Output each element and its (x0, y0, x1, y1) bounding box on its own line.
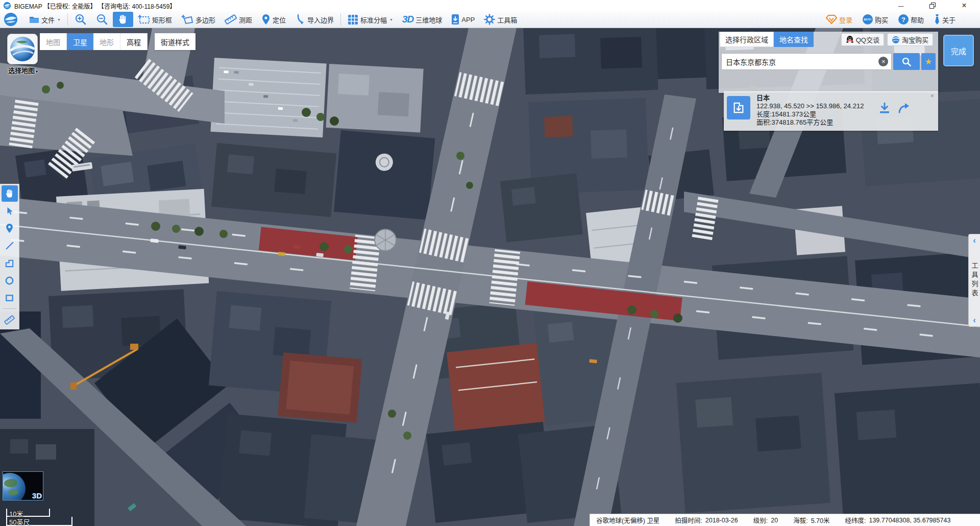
help-label: 帮助 (911, 15, 924, 25)
search-icon (901, 57, 912, 67)
star-icon: ★ (925, 57, 932, 66)
tab-map[interactable]: 地图 (40, 33, 67, 50)
rectangle-select-label: 矩形框 (152, 15, 172, 25)
ruler-icon (225, 14, 237, 25)
zoom-level-label: 级别: (753, 515, 768, 525)
hand-tool[interactable] (2, 185, 18, 202)
import-arrow-icon (295, 14, 305, 25)
download-region-icon (727, 96, 750, 119)
taobao-buy-button[interactable]: 淘宝购买 (887, 33, 933, 46)
locate-button[interactable]: 定位 (257, 12, 290, 27)
restore-button[interactable] (917, 0, 948, 11)
login-button[interactable]: 登录 (821, 12, 857, 27)
file-menu-label: 文件 (41, 15, 55, 25)
choose-map-dropdown-icon: ▼ (35, 69, 39, 74)
globe-3d-button[interactable]: 3D 三维地球 (398, 12, 447, 27)
draw-rectangle-tool[interactable] (2, 290, 18, 306)
tab-admin-region[interactable]: 选择行政区域 (720, 32, 774, 47)
hand-icon (117, 14, 129, 25)
app-download-button[interactable]: APP (447, 12, 479, 27)
latlng-value: 139.77048308, 35.67985743 (869, 517, 950, 524)
mini-globe-land (8, 489, 18, 495)
mini-globe-3d-button[interactable]: 3D (3, 471, 43, 500)
buy-button[interactable]: BUY! 购买 (857, 12, 893, 27)
globe-3d-label: 三维地球 (415, 15, 442, 25)
qq-penguin-icon (846, 35, 854, 44)
tab-terrain[interactable]: 地形 (93, 33, 120, 50)
tool-list-tab[interactable]: ‹ 工具列表 ‹ (968, 234, 980, 327)
map-source-label[interactable]: 选择地图▼ (4, 65, 43, 75)
measure-label: 测距 (239, 15, 252, 25)
measure-ruler-tool[interactable] (2, 312, 18, 328)
search-result-card[interactable]: 日本 122.938, 45.520 >> 153.986, 24.212 长度… (724, 91, 938, 131)
qq-chat-button[interactable]: QQ交谈 (841, 33, 884, 46)
about-label: 关于 (942, 15, 955, 25)
about-button[interactable]: 关于 (929, 12, 961, 27)
map-source-button[interactable] (7, 34, 38, 64)
app-download-label: APP (461, 16, 475, 23)
line-icon (5, 241, 14, 250)
taobao-buy-label: 淘宝购买 (902, 35, 928, 44)
toolbox-button[interactable]: 工具箱 (479, 12, 522, 27)
tab-elevation[interactable]: 高程 (120, 33, 148, 50)
file-menu-button[interactable]: 文件 ▼ (24, 12, 65, 27)
scale-metric: 10米 (6, 509, 50, 517)
measure-button[interactable]: 测距 (220, 12, 257, 27)
phone-app-icon (451, 14, 459, 25)
tie-icon (934, 14, 940, 25)
bigemap-window: BIGEMAP 【已授权: 全能版】 【咨询电话: 400-118-5459】 … (0, 0, 980, 526)
buy-badge-icon: BUY! (863, 14, 873, 25)
tab-satellite[interactable]: 卫星 (67, 33, 93, 50)
rectangle-select-button[interactable]: 矩形框 (133, 12, 177, 27)
scale-bar: 10米 50英尺 (6, 509, 72, 526)
tab-street-style[interactable]: 街道样式 (155, 33, 195, 50)
tool-divider (3, 308, 16, 309)
help-button[interactable]: ? 帮助 (893, 12, 929, 27)
search-panel: 选择行政区域 地名查找 QQ交谈 (719, 32, 938, 93)
window-title: BIGEMAP 【已授权: 全能版】 【咨询电话: 400-118-5459】 (14, 2, 176, 10)
import-boundary-button[interactable]: 导入边界 (290, 12, 338, 27)
place-search-input[interactable] (721, 53, 892, 70)
standard-sheet-button[interactable]: 标准分幅 ▼ (343, 12, 398, 27)
close-button[interactable]: × (948, 0, 980, 11)
ruler-icon (4, 315, 15, 325)
standard-sheet-label: 标准分幅 (360, 15, 387, 25)
capture-time-value: 2018-03-26 (705, 517, 738, 524)
download-icon[interactable] (878, 102, 891, 114)
locate-label: 定位 (273, 15, 286, 25)
tab-place-search[interactable]: 地名查找 (774, 32, 814, 47)
draw-circle-tool[interactable] (2, 272, 18, 289)
minimize-icon: — (898, 3, 904, 9)
taobao-globe-icon (892, 36, 900, 44)
status-bar: 谷歌地球(无偏移) 卫星 拍摄时间: 2018-03-26 级别: 20 海拔:… (590, 514, 980, 526)
google-earth-globe-icon (9, 36, 36, 62)
place-marker-tool[interactable] (2, 220, 18, 236)
buy-label: 购买 (875, 15, 888, 25)
dismiss-result-icon[interactable]: × (930, 92, 934, 100)
pan-hand-button[interactable] (113, 12, 133, 27)
draw-line-tool[interactable] (2, 237, 18, 254)
hand-icon (5, 188, 15, 199)
choose-map-text: 选择地图 (8, 67, 35, 75)
polygon-select-button[interactable]: 多边形 (177, 12, 220, 27)
select-arrow-tool[interactable] (2, 203, 18, 219)
zoom-in-button[interactable] (70, 12, 91, 27)
latlng-label: 经纬度: (845, 515, 866, 525)
zoom-out-button[interactable] (91, 12, 113, 27)
login-label: 登录 (839, 15, 852, 25)
dismiss-glyph: × (930, 92, 934, 100)
polygon-icon (5, 258, 14, 268)
draw-polygon-tool[interactable] (2, 255, 18, 271)
search-button[interactable] (893, 53, 920, 70)
finish-button[interactable]: 完成 (943, 35, 974, 66)
restore-icon (929, 3, 936, 9)
file-dropdown-icon: ▼ (57, 18, 61, 21)
zoom-level-value: 20 (771, 517, 778, 524)
share-icon[interactable] (898, 102, 910, 114)
result-length: 长度:15481.373公里 (756, 110, 864, 118)
main-toolbar: 文件 ▼ (0, 11, 980, 28)
rectangle-select-icon (138, 14, 150, 25)
favorite-button[interactable]: ★ (921, 53, 936, 70)
bigemap-logo-icon (3, 12, 18, 27)
minimize-button[interactable]: — (885, 0, 917, 11)
